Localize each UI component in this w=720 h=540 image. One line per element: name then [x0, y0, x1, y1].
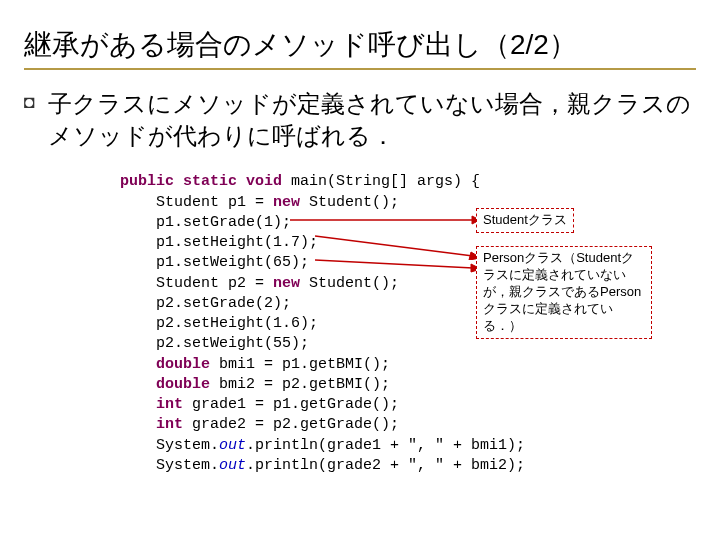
kw-int-2: int [156, 416, 183, 433]
kw-static: static [183, 173, 237, 190]
body-row: ◘ 子クラスにメソッドが定義されていない場合，親クラスのメソッドが代わりに呼ばれ… [24, 88, 696, 153]
kw-int: int [156, 396, 183, 413]
kw-new-2: new [273, 275, 300, 292]
kw-double-2: double [156, 376, 210, 393]
svg-line-4 [315, 260, 473, 268]
kw-new: new [273, 194, 300, 211]
bullet-icon: ◘ [24, 88, 48, 153]
kw-double: double [156, 356, 210, 373]
callout-person: Personクラス（Studentクラスに定義されていないが，親クラスであるPe… [476, 246, 652, 338]
body-text: 子クラスにメソッドが定義されていない場合，親クラスのメソッドが代わりに呼ばれる． [48, 88, 696, 153]
kw-public: public [120, 173, 174, 190]
arrow-line-1 [290, 214, 480, 226]
kw-void: void [246, 173, 282, 190]
field-out: out [219, 437, 246, 454]
slide: 継承がある場合のメソッド呼び出し（2/2） ◘ 子クラスにメソッドが定義されてい… [0, 0, 720, 540]
slide-title: 継承がある場合のメソッド呼び出し（2/2） [24, 28, 696, 70]
svg-line-2 [315, 236, 473, 256]
callout-student: Studentクラス [476, 208, 574, 233]
code-area: public static void main(String[] args) {… [120, 172, 696, 476]
field-out-2: out [219, 457, 246, 474]
arrow-line-3 [315, 254, 485, 274]
